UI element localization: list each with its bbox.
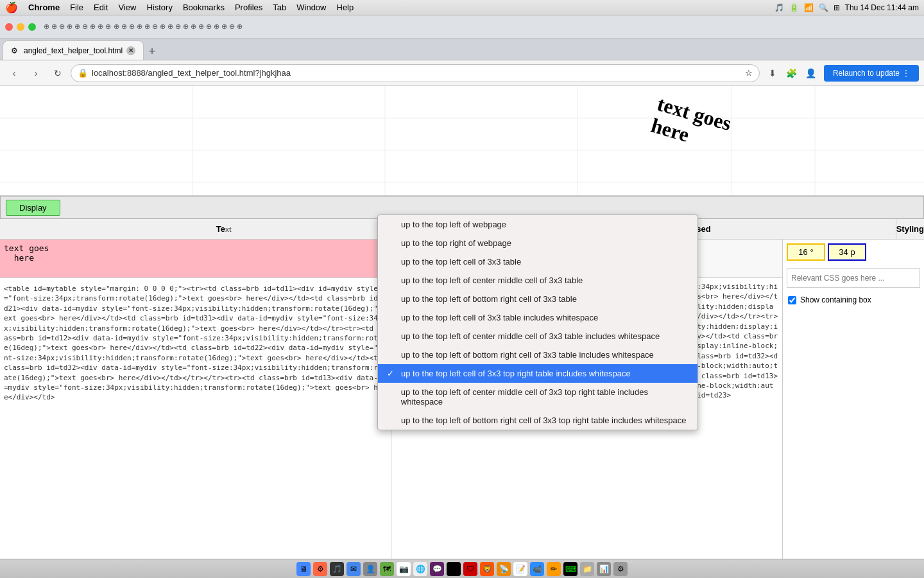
check-icon-8: ✓ (387, 369, 396, 378)
dropdown-label-7: up to the top left of bottom right cell … (401, 350, 654, 360)
degree-input[interactable] (787, 243, 825, 261)
text-input[interactable]: text goes here (0, 240, 391, 278)
dock-zoom[interactable]: 📹 (530, 562, 544, 576)
dock-music[interactable]: 🎵 (330, 562, 344, 576)
css-input[interactable] (787, 268, 920, 288)
new-tab-button[interactable]: + (144, 43, 160, 60)
dock-notion[interactable]: 📝 (513, 562, 527, 576)
dropdown-item-1[interactable]: up to the top right of webpage (378, 234, 697, 252)
menu-chrome[interactable]: Chrome (28, 3, 60, 12)
dock-activity[interactable]: 📊 (597, 562, 611, 576)
content-area: text goeshere Display Text What you prop… (0, 86, 924, 559)
relaunch-menu-icon: ⋮ (902, 69, 910, 78)
bluetooth-icon: 🎵 (774, 3, 784, 12)
bookmark-icon[interactable]: ☆ (745, 68, 753, 78)
dropdown-item-2[interactable]: up to the top left cell of 3x3 table (378, 252, 697, 271)
dock-figma[interactable]: ✏ (447, 562, 461, 576)
maximize-button[interactable] (28, 23, 36, 31)
dropdown-label-0: up to the top left of webpage (401, 220, 506, 229)
dock: 🖥 ⚙ 🎵 ✉ 👤 🗺 📷 🌐 💬 ✏ 🛡 🦁 📡 📝 📹 ✏ ⌨ 📁 📊 ⚙ (0, 559, 924, 578)
dropdown-item-7[interactable]: up to the top left of bottom right cell … (378, 346, 697, 364)
dropdown-label-6: up to the top left of center middle cell… (401, 331, 660, 341)
dropdown-item-3[interactable]: up to the top left of center middle cell… (378, 271, 697, 290)
tab-favicon: ⚙ (11, 46, 20, 55)
datetime: Thu 14 Dec 11:44 am (845, 3, 919, 12)
code-output-col1: <table id=mytable style="margin: 0 0 0 0… (0, 280, 391, 559)
dock-chrome[interactable]: 🌐 (413, 562, 427, 576)
dropdown-label-3: up to the top left of center middle cell… (401, 276, 583, 285)
menu-bookmarks[interactable]: Bookmarks (183, 3, 225, 12)
show-box-row: Show containing box (783, 292, 924, 308)
dock-slack[interactable]: 💬 (430, 562, 444, 576)
dock-terminal[interactable]: ⌨ (563, 562, 578, 576)
col3-header: Styling (896, 219, 924, 239)
dropdown-item-8[interactable]: ✓ up to the top left cell of 3x3 top rig… (378, 364, 697, 383)
dropdown-label-2: up to the top left cell of 3x3 table (401, 257, 521, 267)
reload-button[interactable]: ↻ (49, 64, 67, 82)
dropdown-item-0[interactable]: up to the top left of webpage (378, 215, 697, 234)
forward-button[interactable]: › (27, 64, 45, 82)
dropdown-item-4[interactable]: up to the top left of bottom right cell … (378, 290, 697, 308)
tab-close-button[interactable]: ✕ (126, 46, 135, 55)
menu-right-area: 🎵 🔋 📶 🔍 ⊞ Thu 14 Dec 11:44 am (774, 3, 919, 12)
menu-bar: 🍎 Chrome File Edit View History Bookmark… (0, 0, 924, 15)
minimize-button[interactable] (17, 23, 24, 31)
address-text: localhost:8888/angled_text_helper_tool.h… (92, 68, 741, 78)
menu-history[interactable]: History (146, 3, 172, 12)
dropdown-label-8: up to the top left cell of 3x3 top right… (401, 369, 631, 378)
dropdown-item-6[interactable]: up to the top left of center middle cell… (378, 327, 697, 346)
dropdown-item-5[interactable]: up to the top left cell of 3x3 table inc… (378, 308, 697, 327)
dock-bitdefender[interactable]: 🛡 (463, 562, 477, 576)
dock-mail[interactable]: ✉ (346, 562, 361, 576)
nav-icons: ⬇ 🧩 👤 (764, 64, 820, 82)
close-button[interactable] (5, 23, 13, 31)
menu-file[interactable]: File (70, 3, 83, 12)
relaunch-label: Relaunch to update (833, 69, 900, 78)
apple-menu[interactable]: 🍎 (5, 1, 18, 13)
dock-launchpad[interactable]: ⚙ (313, 562, 327, 576)
dropdown-label-4: up to the top left of bottom right cell … (401, 294, 577, 304)
tab-label: angled_text_helper_tool.html (24, 46, 123, 55)
display-button[interactable]: Display (6, 200, 60, 216)
dock-contacts[interactable]: 👤 (363, 562, 377, 576)
address-bar[interactable]: 🔒 localhost:8888/angled_text_helper_tool… (71, 64, 760, 82)
extensions-icon[interactable]: 🧩 (783, 64, 801, 82)
dropdown-label-9: up to the top left of center middle cell… (401, 387, 689, 407)
search-icon[interactable]: 🔍 (819, 3, 828, 12)
menu-profiles[interactable]: Profiles (235, 3, 262, 12)
dropdown-item-10[interactable]: up to the top left of bottom right cell … (378, 411, 697, 430)
dock-photos[interactable]: 📷 (397, 562, 411, 576)
col1-header-text: Te (216, 224, 225, 234)
active-tab[interactable]: ⚙ angled_text_helper_tool.html ✕ (3, 40, 144, 60)
download-icon[interactable]: ⬇ (764, 64, 782, 82)
traffic-lights (5, 23, 36, 31)
profile-icon[interactable]: 👤 (802, 64, 820, 82)
menu-edit[interactable]: Edit (94, 3, 108, 12)
menu-tab[interactable]: Tab (273, 3, 286, 12)
menu-view[interactable]: View (118, 3, 136, 12)
dock-brave[interactable]: 🦁 (480, 562, 494, 576)
show-box-label: Show containing box (800, 295, 871, 304)
tab-bar: ⚙ angled_text_helper_tool.html ✕ + (0, 39, 924, 60)
control-center-icon[interactable]: ⊞ (834, 3, 840, 12)
lock-icon: 🔒 (78, 68, 88, 78)
dock-finder2[interactable]: 📁 (580, 562, 594, 576)
dropdown-label-10: up to the top left of bottom right cell … (401, 416, 686, 425)
dock-finder[interactable]: 🖥 (296, 562, 311, 576)
battery-icon: 🔋 (789, 3, 799, 12)
dock-maps[interactable]: 🗺 (380, 562, 394, 576)
show-box-checkbox[interactable] (788, 296, 796, 304)
relaunch-button[interactable]: Relaunch to update ⋮ (824, 65, 919, 82)
col3-header-text: Styling (896, 224, 924, 234)
back-button[interactable]: ‹ (5, 64, 23, 82)
styling-inputs-row (783, 240, 924, 265)
dropdown-item-9[interactable]: up to the top left of center middle cell… (378, 383, 697, 411)
dock-transmit[interactable]: 📡 (497, 562, 511, 576)
dock-sketch[interactable]: ✏ (547, 562, 561, 576)
dock-system-prefs[interactable]: ⚙ (613, 562, 628, 576)
menu-help[interactable]: Help (337, 3, 354, 12)
size-input[interactable] (828, 243, 866, 261)
dropdown-label-5: up to the top left cell of 3x3 table inc… (401, 313, 598, 322)
wifi-icon: 📶 (804, 3, 814, 12)
menu-window[interactable]: Window (296, 3, 326, 12)
